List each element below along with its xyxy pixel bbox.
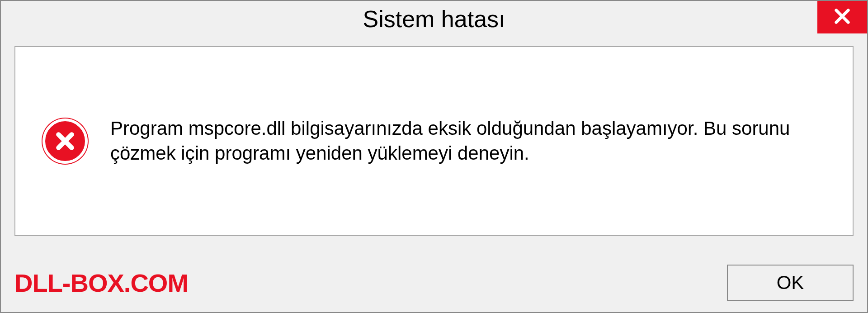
- close-button[interactable]: [817, 1, 867, 33]
- window-title: Sistem hatası: [363, 5, 505, 33]
- ok-button[interactable]: OK: [727, 265, 854, 301]
- titlebar: Sistem hatası: [1, 1, 867, 37]
- ok-button-label: OK: [777, 272, 804, 294]
- content-panel: Program mspcore.dll bilgisayarınızda eks…: [14, 46, 854, 236]
- watermark-text: DLL-BOX.COM: [14, 268, 188, 298]
- error-icon: [42, 119, 88, 164]
- error-message: Program mspcore.dll bilgisayarınızda eks…: [110, 116, 826, 166]
- footer: DLL-BOX.COM OK: [14, 262, 854, 303]
- close-icon: [833, 7, 851, 27]
